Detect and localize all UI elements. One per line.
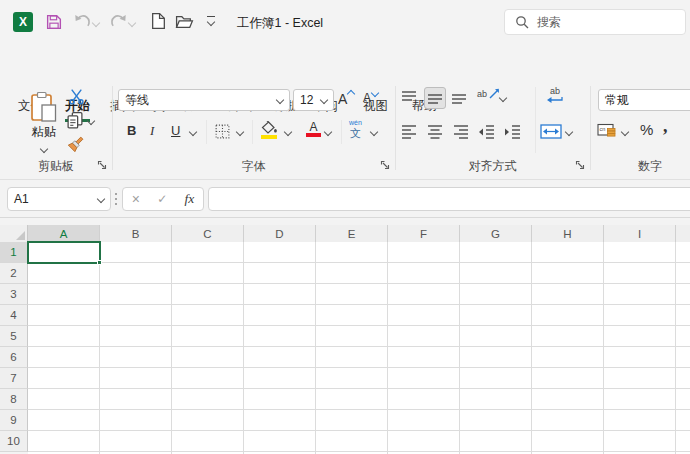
row-header-1[interactable]: 1 bbox=[0, 242, 28, 263]
align-left-icon[interactable] bbox=[401, 124, 417, 139]
row-header-7[interactable]: 7 bbox=[0, 368, 28, 389]
font-name-value: 等线 bbox=[125, 92, 149, 109]
clipboard-dialog-launcher-icon[interactable] bbox=[97, 160, 107, 170]
column-header-strip: A B C D E F G H I bbox=[0, 225, 690, 243]
copy-icon[interactable] bbox=[66, 111, 84, 129]
new-file-icon[interactable] bbox=[151, 12, 166, 30]
row-header-5[interactable]: 5 bbox=[0, 326, 28, 347]
name-box-dropdown-icon bbox=[97, 195, 105, 203]
excel-window: X 工作簿1 - Excel 搜索 bbox=[0, 0, 690, 454]
search-placeholder: 搜索 bbox=[537, 14, 561, 31]
formula-bar: A1 × ✓ fx bbox=[0, 180, 690, 218]
font-name-combo[interactable]: 等线 bbox=[118, 89, 290, 111]
formula-bar-handle-icon[interactable] bbox=[115, 193, 117, 195]
paste-clipboard-icon bbox=[29, 91, 59, 123]
column-header-overflow[interactable] bbox=[676, 225, 690, 242]
decrease-font-size-icon[interactable]: A bbox=[363, 91, 377, 105]
mini-separator bbox=[206, 120, 207, 144]
format-painter-icon[interactable] bbox=[66, 135, 85, 154]
column-header-a[interactable]: A bbox=[28, 225, 100, 242]
font-color-dropdown-icon[interactable] bbox=[325, 129, 331, 135]
row-header-4[interactable]: 4 bbox=[0, 305, 28, 326]
open-folder-icon[interactable] bbox=[175, 14, 194, 30]
insert-function-icon[interactable]: fx bbox=[185, 191, 195, 207]
fill-color-icon[interactable] bbox=[261, 121, 277, 139]
row-header-10[interactable]: 10 bbox=[0, 431, 28, 452]
paste-label: 粘贴 bbox=[32, 124, 57, 141]
sheet-cells[interactable] bbox=[28, 242, 690, 454]
column-header-i[interactable]: I bbox=[604, 225, 676, 242]
align-center-icon[interactable] bbox=[427, 124, 443, 139]
underline-button[interactable]: U bbox=[171, 123, 180, 138]
cancel-icon[interactable]: × bbox=[132, 191, 140, 207]
column-header-e[interactable]: E bbox=[316, 225, 388, 242]
comma-style-icon[interactable]: , bbox=[663, 116, 668, 137]
row-header-6[interactable]: 6 bbox=[0, 347, 28, 368]
formula-input[interactable] bbox=[208, 187, 690, 211]
borders-icon[interactable] bbox=[214, 123, 231, 140]
customize-toolbar-icon[interactable] bbox=[207, 16, 215, 25]
row-header-9[interactable]: 9 bbox=[0, 410, 28, 431]
align-bottom-icon[interactable] bbox=[451, 90, 467, 105]
enter-icon[interactable]: ✓ bbox=[157, 192, 167, 206]
font-name-dropdown-icon bbox=[276, 96, 284, 104]
font-size-dropdown-icon bbox=[320, 96, 328, 104]
percent-style-icon[interactable]: % bbox=[640, 121, 653, 138]
row-header-8[interactable]: 8 bbox=[0, 389, 28, 410]
increase-font-size-icon[interactable]: A bbox=[338, 91, 353, 107]
column-header-h[interactable]: H bbox=[532, 225, 604, 242]
align-middle-icon[interactable] bbox=[424, 87, 446, 109]
alignment-dialog-launcher-icon[interactable] bbox=[575, 160, 585, 170]
select-all-button[interactable] bbox=[0, 225, 28, 242]
orientation-dropdown-icon[interactable] bbox=[500, 95, 506, 101]
align-top-icon[interactable] bbox=[401, 90, 417, 105]
title-bar: X 工作簿1 - Excel 搜索 bbox=[0, 0, 690, 44]
underline-dropdown-icon[interactable] bbox=[190, 129, 196, 135]
redo-icon[interactable] bbox=[110, 13, 127, 30]
font-dialog-launcher-icon[interactable] bbox=[380, 160, 390, 170]
column-header-g[interactable]: G bbox=[460, 225, 532, 242]
active-cell-selection[interactable] bbox=[27, 241, 101, 264]
undo-dropdown-icon[interactable] bbox=[93, 20, 99, 26]
orientation-icon[interactable]: ab bbox=[477, 88, 500, 100]
fill-handle[interactable] bbox=[97, 260, 102, 265]
font-size-combo[interactable]: 12 bbox=[293, 89, 334, 111]
fill-color-dropdown-icon[interactable] bbox=[285, 129, 291, 135]
phonetic-guide-icon[interactable]: wén 文 bbox=[349, 119, 362, 139]
accounting-format-icon[interactable]: cn bbox=[597, 123, 617, 139]
phonetic-dropdown-icon[interactable] bbox=[371, 129, 377, 135]
row-header-2[interactable]: 2 bbox=[0, 263, 28, 284]
align-right-icon[interactable] bbox=[453, 124, 469, 139]
cut-icon[interactable] bbox=[68, 88, 85, 105]
paste-button[interactable]: 粘贴 bbox=[22, 84, 66, 158]
column-header-f[interactable]: F bbox=[388, 225, 460, 242]
mini-separator bbox=[535, 87, 536, 153]
row-header-3[interactable]: 3 bbox=[0, 284, 28, 305]
redo-dropdown-icon[interactable] bbox=[129, 20, 135, 26]
name-box[interactable]: A1 bbox=[7, 187, 111, 211]
italic-button[interactable]: I bbox=[150, 123, 154, 139]
column-header-c[interactable]: C bbox=[172, 225, 244, 242]
increase-indent-icon[interactable] bbox=[504, 124, 521, 139]
save-icon[interactable] bbox=[45, 13, 63, 31]
borders-dropdown-icon[interactable] bbox=[237, 129, 243, 135]
formula-buttons: × ✓ fx bbox=[122, 187, 204, 211]
search-box[interactable]: 搜索 bbox=[504, 9, 686, 35]
decrease-indent-icon[interactable] bbox=[478, 124, 495, 139]
bold-button[interactable]: B bbox=[127, 123, 136, 138]
sheet-area: A B C D E F G H I 1 2 3 4 5 6 7 8 9 10 bbox=[0, 218, 690, 454]
wrap-text-icon[interactable]: ab bbox=[546, 87, 564, 105]
column-header-d[interactable]: D bbox=[244, 225, 316, 242]
font-color-icon[interactable]: A bbox=[306, 121, 321, 137]
svg-text:cn: cn bbox=[600, 126, 606, 132]
merge-center-icon[interactable] bbox=[540, 124, 562, 139]
number-group-label: 数字 bbox=[590, 158, 690, 175]
window-title: 工作簿1 - Excel bbox=[237, 15, 323, 32]
copy-dropdown-icon[interactable] bbox=[88, 118, 94, 124]
accounting-dropdown-icon[interactable] bbox=[622, 129, 628, 135]
column-header-b[interactable]: B bbox=[100, 225, 172, 242]
row-header-strip: 1 2 3 4 5 6 7 8 9 10 bbox=[0, 242, 28, 452]
undo-icon[interactable] bbox=[74, 13, 91, 30]
merge-center-dropdown-icon[interactable] bbox=[566, 129, 572, 135]
number-format-combo[interactable]: 常规 bbox=[598, 89, 690, 111]
